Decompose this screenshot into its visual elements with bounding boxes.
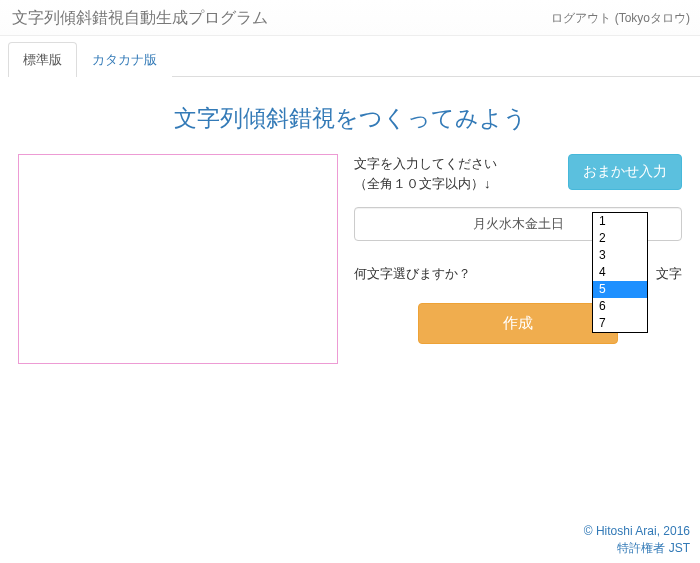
count-option[interactable]: 6 [593, 298, 647, 315]
random-input-button[interactable]: おまかせ入力 [568, 154, 682, 190]
page-title: 文字列傾斜錯視をつくってみよう [0, 103, 700, 134]
controls-panel: 文字を入力してください （全角１０文字以内）↓ おまかせ入力 何文字選びますか？… [354, 154, 682, 364]
copyright: © Hitoshi Arai, 2016 [584, 523, 690, 540]
main-content: 文字を入力してください （全角１０文字以内）↓ おまかせ入力 何文字選びますか？… [0, 154, 700, 364]
tab-standard[interactable]: 標準版 [8, 42, 77, 77]
select-question: 何文字選びますか？ [354, 265, 592, 283]
app-title: 文字列傾斜錯視自動生成プログラム [12, 8, 268, 29]
count-option[interactable]: 7 [593, 315, 647, 332]
logout-link[interactable]: ログアウト (Tokyoタロウ) [551, 10, 690, 27]
count-option[interactable]: 4 [593, 264, 647, 281]
input-instruction: 文字を入力してください （全角１０文字以内）↓ [354, 154, 558, 193]
select-suffix: 文字 [656, 265, 682, 283]
tab-bar: 標準版 カタカナ版 [8, 42, 700, 77]
create-button[interactable]: 作成 [418, 303, 618, 344]
count-option[interactable]: 5 [593, 281, 647, 298]
count-option[interactable]: 2 [593, 230, 647, 247]
footer: © Hitoshi Arai, 2016 特許権者 JST [584, 523, 690, 557]
count-dropdown[interactable]: 1234567 [592, 212, 648, 333]
preview-box [18, 154, 338, 364]
patent-holder: 特許権者 JST [584, 540, 690, 557]
count-option[interactable]: 3 [593, 247, 647, 264]
app-header: 文字列傾斜錯視自動生成プログラム ログアウト (Tokyoタロウ) [0, 0, 700, 36]
count-option[interactable]: 1 [593, 213, 647, 230]
tab-katakana[interactable]: カタカナ版 [77, 42, 172, 77]
